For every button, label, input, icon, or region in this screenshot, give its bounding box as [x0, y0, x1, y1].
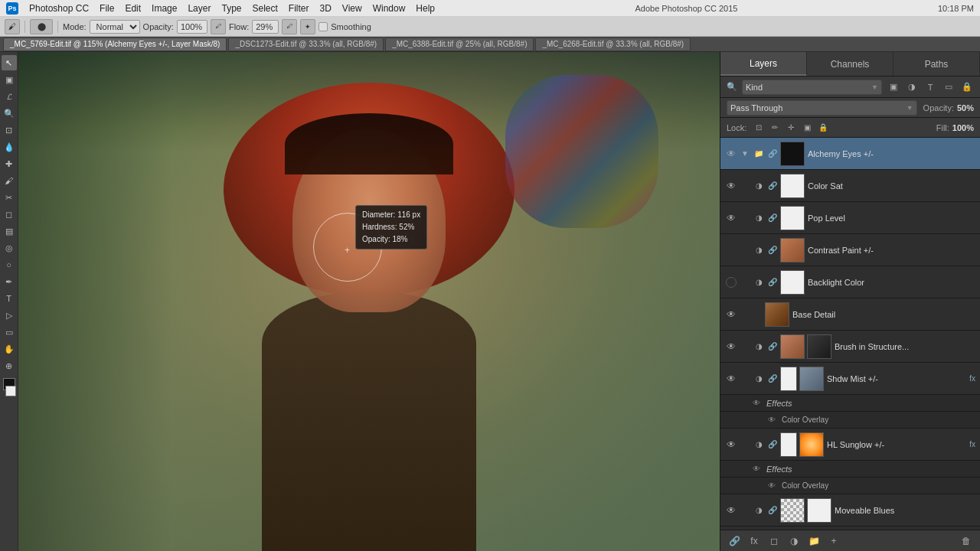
- pixel-filter-icon[interactable]: ▣: [887, 80, 900, 94]
- menu-image[interactable]: Image: [152, 3, 177, 14]
- menu-3d[interactable]: 3D: [320, 3, 332, 14]
- layer-visibility-shdwmist[interactable]: 👁: [725, 373, 737, 385]
- lock-image[interactable]: ✏: [769, 122, 781, 134]
- color-overlay-eye-shdwmist[interactable]: 👁: [766, 415, 777, 425]
- menu-file[interactable]: File: [100, 3, 114, 14]
- lasso-tool[interactable]: 𝓛: [2, 89, 17, 104]
- opacity-value[interactable]: 50%: [957, 103, 974, 112]
- menu-window[interactable]: Window: [373, 3, 406, 14]
- link-contrast[interactable]: 🔗: [768, 244, 777, 256]
- kind-select[interactable]: Kind ▼: [742, 80, 882, 95]
- tab-layers[interactable]: Layers: [720, 52, 807, 76]
- layer-visibility-basedetail[interactable]: 👁: [725, 308, 737, 321]
- adjust-filter-icon[interactable]: ◑: [905, 80, 919, 94]
- color-overlay-eye-hlsunglow[interactable]: 👁: [766, 481, 777, 491]
- lock-all[interactable]: 🔒: [817, 122, 829, 134]
- flow-input[interactable]: [252, 20, 279, 34]
- tab-doc1[interactable]: _MC_5769-Edit.tif @ 115% (Alchemy Eyes +…: [3, 37, 227, 51]
- photo-canvas[interactable]: + Diameter: 116 px Hardness: 52% Opacity…: [18, 52, 720, 551]
- smart-filter-icon[interactable]: 🔒: [960, 80, 974, 94]
- lock-transparency[interactable]: ⊡: [753, 122, 765, 134]
- shape-tool[interactable]: ▭: [2, 324, 17, 340]
- menu-edit[interactable]: Edit: [125, 3, 141, 14]
- group-arrow-alchemy[interactable]: ▼: [740, 148, 750, 160]
- link-colorsat[interactable]: 🔗: [768, 180, 777, 192]
- layer-visibility-poplevel[interactable]: 👁: [725, 212, 737, 224]
- layer-row-contrast-paint[interactable]: ◑ 🔗 Contrast Paint +/-: [720, 234, 980, 266]
- layer-row-alchemy-eyes[interactable]: 👁 ▼ 📁 🔗 Alchemy Eyes +/-: [720, 138, 980, 170]
- menu-select[interactable]: Select: [252, 3, 277, 14]
- link-poplevel[interactable]: 🔗: [768, 212, 777, 224]
- smoothing-check[interactable]: [318, 22, 328, 31]
- lock-artboard[interactable]: ▣: [801, 122, 813, 134]
- lock-position[interactable]: ✛: [785, 122, 797, 134]
- menu-help[interactable]: Help: [416, 3, 435, 14]
- link-brushstructure[interactable]: 🔗: [768, 341, 777, 353]
- layer-visibility-hlsunglow[interactable]: 👁: [725, 439, 737, 451]
- eraser-tool[interactable]: ◻: [2, 207, 17, 222]
- layer-row-brush-structure[interactable]: 👁 ◑ 🔗 Brush in Structure...: [720, 331, 980, 363]
- link-shdwmist[interactable]: 🔗: [768, 373, 777, 385]
- tab-doc2[interactable]: _DSC1273-Edit.tif @ 33.3% (all, RGB/8#): [228, 37, 384, 51]
- gradient-tool[interactable]: ▤: [2, 223, 17, 239]
- layer-row-pop-level[interactable]: 👁 ◑ 🔗 Pop Level: [720, 202, 980, 234]
- layer-visibility-brushstructure[interactable]: 👁: [725, 341, 737, 353]
- blend-mode-select[interactable]: Normal: [90, 20, 140, 34]
- link-moveableblues[interactable]: 🔗: [768, 504, 777, 517]
- effects-eye-shdwmist[interactable]: 👁: [751, 398, 762, 409]
- opacity-pressure[interactable]: 🖊: [211, 19, 226, 34]
- hand-tool[interactable]: ✋: [2, 341, 17, 357]
- layer-mask-btn[interactable]: ◻: [766, 534, 782, 548]
- tab-paths[interactable]: Paths: [893, 52, 980, 76]
- layer-row-backlight[interactable]: ○ ◑ 🔗 Backlight Color: [720, 266, 980, 298]
- layer-row-base-detail[interactable]: 👁 Base Detail: [720, 298, 980, 331]
- delete-layer-btn[interactable]: 🗑: [959, 534, 974, 548]
- path-tool[interactable]: ▷: [2, 308, 17, 323]
- tab-doc3[interactable]: _MC_6388-Edit.tif @ 25% (all, RGB/8#): [385, 37, 534, 51]
- layer-fx-btn[interactable]: fx: [746, 534, 762, 548]
- crop-tool[interactable]: ⊡: [2, 122, 17, 138]
- clone-tool[interactable]: ✂: [2, 190, 17, 205]
- pen-tool[interactable]: ✒: [2, 274, 17, 289]
- layer-adjustment-btn[interactable]: ◑: [786, 534, 802, 548]
- type-filter-icon[interactable]: T: [923, 80, 937, 94]
- quick-select-tool[interactable]: 🔍: [2, 106, 17, 121]
- tab-doc4[interactable]: _MC_6268-Edit.tif @ 33.3% (all, RGB/8#): [535, 37, 691, 51]
- layer-row-moveable-blues[interactable]: 👁 ◑ 🔗 Moveable Blues: [720, 494, 980, 527]
- menu-view[interactable]: View: [342, 3, 362, 14]
- menu-filter[interactable]: Filter: [289, 3, 309, 14]
- zoom-tool[interactable]: ⊕: [2, 358, 17, 373]
- layer-row-hl-sunglow[interactable]: 👁 ◑ 🔗 HL Sunglow +/- fx: [720, 429, 980, 461]
- link-backlight[interactable]: 🔗: [768, 276, 777, 289]
- canvas-area[interactable]: + Diameter: 116 px Hardness: 52% Opacity…: [18, 52, 720, 551]
- brush-tool[interactable]: 🖌: [2, 173, 17, 188]
- layer-group-btn[interactable]: 📁: [806, 534, 822, 548]
- new-layer-btn[interactable]: +: [826, 534, 841, 548]
- tab-channels[interactable]: Channels: [807, 52, 893, 76]
- blend-mode-dropdown[interactable]: Pass Through ▼: [727, 100, 917, 116]
- layer-row-color-sat[interactable]: 👁 ◑ 🔗 Color Sat: [720, 170, 980, 202]
- eyedropper-tool[interactable]: 💧: [2, 139, 17, 155]
- menu-photoshop[interactable]: Photoshop CC: [29, 3, 89, 14]
- link-alchemy[interactable]: 🔗: [768, 148, 777, 160]
- brush-tool-icon[interactable]: 🖌: [5, 19, 20, 34]
- layers-list[interactable]: 👁 ▼ 📁 🔗 Alchemy Eyes +/- 👁 ◑ 🔗 Color Sat…: [720, 138, 980, 530]
- opacity-input[interactable]: [177, 20, 207, 34]
- marquee-tool[interactable]: ▣: [2, 72, 17, 87]
- dodge-tool[interactable]: ○: [2, 257, 17, 272]
- healing-tool[interactable]: ✚: [2, 156, 17, 171]
- move-tool[interactable]: ↖: [2, 55, 17, 70]
- menu-layer[interactable]: Layer: [188, 3, 211, 14]
- layer-visibility-alchemy[interactable]: 👁: [725, 148, 737, 160]
- menu-type[interactable]: Type: [221, 3, 241, 14]
- link-hlsunglow[interactable]: 🔗: [768, 439, 777, 451]
- blur-tool[interactable]: ◎: [2, 240, 17, 256]
- layer-visibility-colorsat[interactable]: 👁: [725, 180, 737, 192]
- fill-value[interactable]: 100%: [952, 123, 974, 132]
- background-color[interactable]: [5, 386, 16, 396]
- flow-pressure[interactable]: 🖊: [282, 19, 297, 34]
- airbrush-btn[interactable]: ✦: [300, 19, 315, 34]
- layer-visibility-backlight[interactable]: ○: [726, 277, 737, 288]
- brush-preset[interactable]: ⬤: [30, 19, 53, 34]
- layer-row-shdw-mist[interactable]: 👁 ◑ 🔗 Shdw Mist +/- fx: [720, 363, 980, 395]
